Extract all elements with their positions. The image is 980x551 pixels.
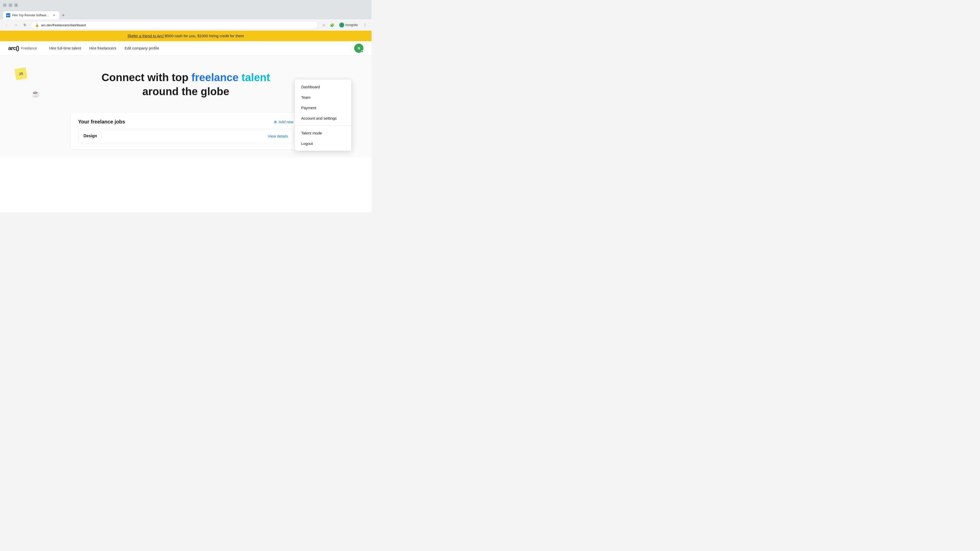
close-tab-button[interactable]: ✕ <box>52 13 56 17</box>
dropdown-item-payment[interactable]: Payment <box>295 103 351 113</box>
dropdown-item-talent-mode[interactable]: Talent mode <box>295 128 351 138</box>
close-window-button[interactable]: ✕ <box>14 3 18 7</box>
nav-hire-freelancers[interactable]: Hire freelancers <box>89 45 116 51</box>
hero-title: Connect with top freelance talent around… <box>97 71 275 98</box>
browser-chrome: ─ □ ✕ arc Hire Top Remote Software Dev..… <box>0 0 372 30</box>
avatar-online-indicator <box>361 50 363 53</box>
tab-bar: arc Hire Top Remote Software Dev... ✕ + <box>0 10 372 19</box>
jobs-header: Your freelance jobs ⊕ Add new <box>78 119 293 125</box>
nav-hire-fulltime[interactable]: Hire full-time talent <box>49 45 81 51</box>
logo-subtitle: Freelance <box>21 46 37 50</box>
user-dropdown-menu: Dashboard Team Payment Account and setti… <box>295 79 351 151</box>
add-new-button[interactable]: ⊕ Add new <box>274 120 293 124</box>
job-name: Design <box>83 134 97 138</box>
hero-line1-start: Connect with top <box>102 71 191 83</box>
active-tab[interactable]: arc Hire Top Remote Software Dev... ✕ <box>3 11 59 19</box>
nav-links: Hire full-time talent Hire freelancers E… <box>49 45 354 51</box>
nav-edit-company[interactable]: Edit company profile <box>124 45 159 51</box>
maximize-button[interactable]: □ <box>9 3 12 7</box>
java-float-icon: ☕ <box>30 88 41 99</box>
hero-line2: around the globe <box>142 86 229 97</box>
jobs-title: Your freelance jobs <box>78 119 125 125</box>
incognito-icon: 👤 <box>339 22 344 27</box>
dropdown-item-account-settings[interactable]: Account and settings <box>295 113 351 124</box>
hero-space <box>239 71 242 83</box>
browser-titlebar: ─ □ ✕ <box>0 0 372 10</box>
forward-button[interactable]: → <box>12 21 19 29</box>
new-tab-button[interactable]: + <box>60 12 67 19</box>
hero-talent: talent <box>242 71 270 83</box>
add-icon: ⊕ <box>274 120 277 124</box>
logo-arc-text: arc() <box>8 45 19 52</box>
logo[interactable]: arc() Freelance <box>8 45 37 52</box>
minimize-button[interactable]: ─ <box>3 3 6 7</box>
user-avatar[interactable]: N <box>354 44 363 53</box>
nav-right: N <box>354 44 363 53</box>
page-content: [Refer a friend to Arc] $500 cash for yo… <box>0 30 372 212</box>
js-float-icon: JS <box>14 67 27 80</box>
add-new-label: Add new <box>279 120 293 124</box>
browser-actions: ☆ 🧩 👤 Incognito ⋮ <box>320 21 369 29</box>
url-text: arc.dev/freelancers/dashboard <box>41 23 314 27</box>
incognito-button[interactable]: 👤 Incognito <box>337 21 360 29</box>
reload-button[interactable]: ↻ <box>21 21 29 29</box>
dropdown-divider <box>295 125 351 126</box>
bookmark-button[interactable]: ☆ <box>320 21 328 29</box>
tab-favicon: arc <box>6 13 10 17</box>
referral-link[interactable]: [Refer a friend to Arc] <box>127 34 164 38</box>
url-bar[interactable]: 🔒 arc.dev/freelancers/dashboard <box>30 21 318 29</box>
extensions-button[interactable]: 🧩 <box>328 21 336 29</box>
dropdown-item-team[interactable]: Team <box>295 92 351 103</box>
menu-button[interactable]: ⋮ <box>361 21 369 29</box>
jobs-section: Your freelance jobs ⊕ Add new Design Vie… <box>71 113 301 149</box>
banner-message: $500 cash for you, $1000 hiring credit f… <box>165 34 244 38</box>
job-item: Design View details <box>78 129 293 143</box>
hero-freelance: freelance <box>191 71 239 83</box>
promo-banner: [Refer a friend to Arc] $500 cash for yo… <box>0 30 372 41</box>
address-bar: ← → ↻ 🔒 arc.dev/freelancers/dashboard ☆ … <box>0 19 372 30</box>
dropdown-item-logout[interactable]: Logout <box>295 138 351 149</box>
site-nav: arc() Freelance Hire full-time talent Hi… <box>0 41 372 56</box>
tab-title: Hire Top Remote Software Dev... <box>12 14 50 17</box>
back-button[interactable]: ← <box>3 21 10 29</box>
view-details-button[interactable]: View details <box>268 134 288 138</box>
dropdown-item-dashboard[interactable]: Dashboard <box>295 82 351 92</box>
window-controls: ─ □ ✕ <box>3 3 18 7</box>
